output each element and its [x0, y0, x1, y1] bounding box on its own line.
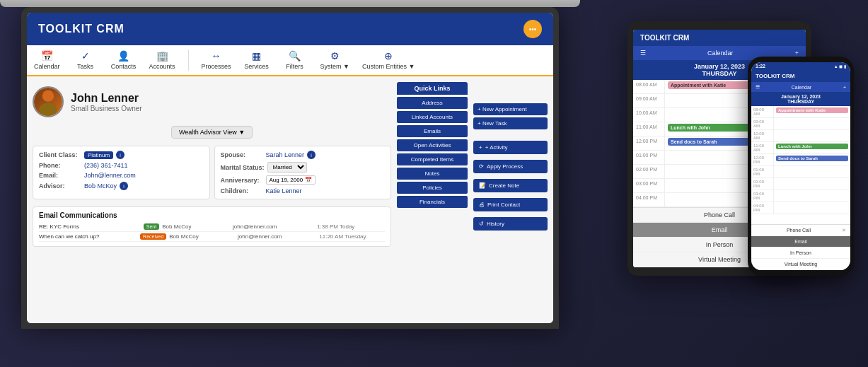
- phone-bottom-in-person[interactable]: In Person: [751, 247, 850, 259]
- field-anniversary: Anniversary: Aug 19, 2000 📅: [221, 175, 386, 185]
- phone-screen: 1:22 ▲ ◼ ▮ TOOLKIT CRM ☰ Calendar + Janu…: [751, 62, 850, 270]
- phone-app-name: TOOLKIT CRM: [751, 70, 850, 82]
- services-icon: ▦: [252, 50, 261, 62]
- phone-hamburger-icon[interactable]: ☰: [756, 84, 760, 90]
- apply-process-button[interactable]: ⟳ Apply Process: [473, 160, 548, 173]
- phone-cal-row-1200: 12:00 PM Send docs to Sarah: [751, 154, 850, 166]
- quick-link-financials[interactable]: Financials: [397, 196, 468, 208]
- tablet-app-name: TOOLKIT CRM: [633, 30, 806, 46]
- print-contact-button[interactable]: 🖨 Print Contact: [473, 198, 548, 211]
- phone-cal-row-0900: 09:00 AM: [751, 118, 850, 130]
- phone-bottom-email[interactable]: Email: [751, 236, 850, 247]
- crm-header: TOOLKIT CRM •••: [27, 13, 553, 45]
- toolbar-item-calendar[interactable]: 📅 Calendar: [34, 50, 60, 70]
- toolbar-item-accounts[interactable]: 🏢 Accounts: [149, 50, 175, 70]
- field-children: Children: Katie Lenner: [221, 187, 386, 194]
- contact-header: John Lenner Small Business Owner: [33, 82, 391, 122]
- plus-icon-tablet[interactable]: +: [795, 49, 799, 57]
- field-client-class: Client Class: Platinum i: [39, 151, 204, 159]
- phone-cal-row-0200: 02:00 PM: [751, 178, 850, 190]
- phone-cal-row-0400: 04:00 PM: [751, 202, 850, 214]
- toolbar-item-system[interactable]: ⚙ System ▼: [320, 50, 349, 70]
- field-phone: Phone: (236) 361-7411: [39, 162, 204, 169]
- phone-section-label: Calendar: [792, 85, 811, 90]
- field-marital-status: Marital Status: Married Single: [221, 162, 386, 173]
- svg-point-1: [39, 103, 57, 116]
- print-icon: 🖨: [479, 202, 485, 208]
- advisor-info-icon[interactable]: i: [120, 182, 128, 190]
- phone-cal-row-0800: 08:00 AM Appointment with Katie: [751, 106, 850, 118]
- phone-date: January 12, 2023 THURSDAY: [751, 92, 850, 106]
- note-icon: 📝: [479, 182, 486, 189]
- crm-app: TOOLKIT CRM ••• 📅 Calendar ✓ T: [27, 13, 553, 323]
- toolbar-item-services[interactable]: ▦ Services: [244, 50, 270, 70]
- phone-plus-icon[interactable]: +: [843, 85, 846, 90]
- quick-link-linked-accounts[interactable]: Linked Accounts: [397, 111, 468, 123]
- tasks-icon: ✓: [81, 50, 90, 62]
- actions-section: + New Appointment + New Task + + Activit…: [473, 82, 548, 318]
- new-task-button[interactable]: + New Task: [473, 117, 548, 129]
- history-icon: ↺: [479, 221, 484, 227]
- email-section-title: Email Communications: [39, 211, 385, 219]
- email-row-1[interactable]: RE: KYC Forms Sent Bob McCoy john@lenner…: [39, 222, 385, 232]
- quick-link-address[interactable]: Address: [397, 97, 468, 109]
- plus-icon: +: [479, 144, 482, 151]
- field-spouse: Spouse: Sarah Lenner i: [221, 151, 386, 159]
- contact-title: Small Business Owner: [71, 105, 142, 112]
- svg-point-0: [42, 90, 54, 101]
- marital-status-select[interactable]: Married Single: [267, 162, 307, 173]
- phone-subheader: ☰ Calendar +: [751, 82, 850, 92]
- phone-close-icon[interactable]: ✕: [842, 228, 846, 233]
- quick-links-section: Quick Links Address Linked Accounts Emai…: [397, 82, 468, 318]
- dots-icon: •••: [529, 25, 537, 33]
- field-email: Email: John@lenner.com: [39, 172, 204, 179]
- toolbar-item-contacts[interactable]: 👤 Contacts: [111, 50, 137, 70]
- email-section: Email Communications RE: KYC Forms Sent …: [33, 206, 391, 247]
- client-class-info-icon[interactable]: i: [116, 151, 125, 159]
- badge-received: Received: [140, 233, 166, 240]
- macbook-screen: TOOLKIT CRM ••• 📅 Calendar ✓ T: [21, 7, 559, 329]
- toolbar-item-processes[interactable]: ↔ Processes: [202, 50, 231, 70]
- contacts-icon: 👤: [117, 50, 129, 62]
- hamburger-icon[interactable]: ☰: [640, 49, 646, 57]
- toolbar-divider: [188, 49, 189, 71]
- quick-link-policies[interactable]: Policies: [397, 182, 468, 194]
- calendar-icon-small: 📅: [305, 177, 312, 183]
- anniversary-date[interactable]: Aug 19, 2000 📅: [266, 175, 316, 185]
- calendar-icon: 📅: [41, 50, 53, 62]
- phone-event-lunch[interactable]: Lunch with John: [776, 144, 848, 149]
- toolbar-item-tasks[interactable]: ✓ Tasks: [73, 50, 98, 70]
- avatar: [33, 86, 64, 117]
- quick-link-completed-items[interactable]: Completed Items: [397, 153, 468, 165]
- phone-calendar: 08:00 AM Appointment with Katie 09:00 AM…: [751, 106, 850, 224]
- activity-button[interactable]: + + Activity: [473, 141, 548, 154]
- system-icon: ⚙: [330, 50, 340, 62]
- view-selector-button[interactable]: Wealth Advisor View ▼: [171, 126, 253, 139]
- phone-device: 1:22 ▲ ◼ ▮ TOOLKIT CRM ☰ Calendar + Janu…: [748, 57, 854, 276]
- macbook-base: [0, 0, 580, 7]
- spouse-info-icon[interactable]: i: [307, 151, 316, 159]
- phone-event-docs[interactable]: Send docs to Sarah: [776, 156, 848, 161]
- phone-bottom-phone-call[interactable]: Phone Call ✕: [751, 225, 850, 236]
- field-advisor: Advisor: Bob McKoy i: [39, 182, 204, 190]
- quick-link-notes[interactable]: Notes: [397, 168, 468, 180]
- accounts-icon: 🏢: [156, 50, 168, 62]
- header-menu-dots[interactable]: •••: [523, 20, 542, 38]
- quick-link-emails[interactable]: Emails: [397, 125, 468, 137]
- phone-cal-row-1000: 10:00 AM: [751, 130, 850, 142]
- toolbar-item-custom-entities[interactable]: ⊕ Custom Entities ▼: [362, 50, 415, 70]
- phone-event-appointment[interactable]: Appointment with Katie: [776, 107, 848, 113]
- create-note-button[interactable]: 📝 Create Note: [473, 179, 548, 192]
- toolbar-item-filters[interactable]: 🔍 Filters: [282, 50, 308, 70]
- processes-icon: ↔: [212, 50, 221, 62]
- phone-status-icons: ▲ ◼ ▮: [834, 64, 846, 69]
- contact-fields-left: Client Class: Platinum i Phone: (236) 36…: [33, 146, 210, 199]
- email-row-2[interactable]: When can we catch up? Received Bob McCoy…: [39, 232, 385, 242]
- quick-link-open-activities[interactable]: Open Activities: [397, 139, 468, 151]
- contact-section: John Lenner Small Business Owner Wealth …: [33, 82, 391, 318]
- history-button[interactable]: ↺ History: [473, 217, 548, 231]
- phone-cal-row-0100: 01:00 PM: [751, 166, 850, 178]
- new-appointment-button[interactable]: + New Appointment: [473, 103, 548, 115]
- contact-fields-right: Spouse: Sarah Lenner i Marital Status: M…: [214, 146, 392, 199]
- phone-bottom-virtual-meeting[interactable]: Virtual Meeting: [751, 259, 850, 270]
